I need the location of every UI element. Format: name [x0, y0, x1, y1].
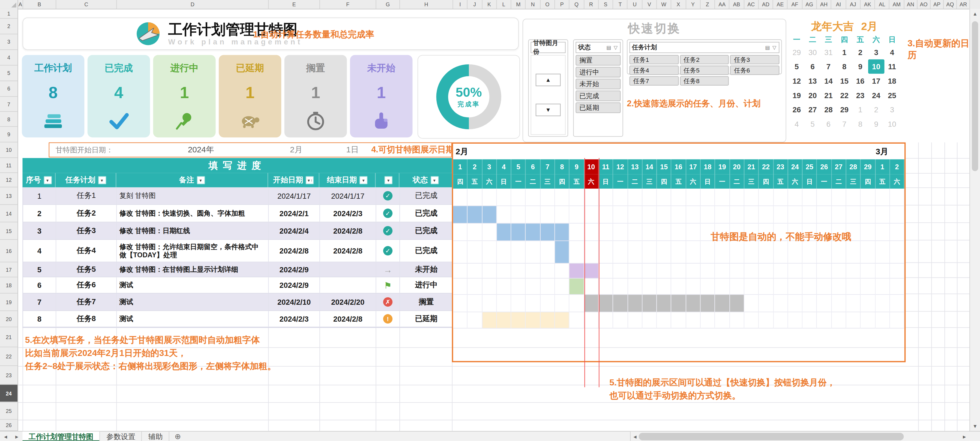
- gantt-bar-cell[interactable]: [526, 313, 540, 329]
- gantt-cell[interactable]: [788, 189, 802, 206]
- gantt-cell[interactable]: [846, 189, 861, 206]
- gantt-cell[interactable]: [555, 279, 570, 295]
- filter-dropdown-icon[interactable]: ▼: [43, 176, 52, 184]
- column-header-Q[interactable]: Q: [570, 0, 584, 9]
- row-header-26[interactable]: 26: [0, 420, 18, 431]
- gantt-cell[interactable]: [468, 224, 482, 241]
- cell-no[interactable]: 1: [23, 187, 56, 204]
- gantt-cell[interactable]: [715, 189, 730, 206]
- column-header-T[interactable]: T: [613, 0, 628, 9]
- gantt-cell[interactable]: [832, 241, 846, 263]
- gantt-cell[interactable]: [875, 224, 890, 241]
- column-header-AR[interactable]: AR: [957, 0, 970, 9]
- row-header-7[interactable]: 7: [0, 97, 18, 112]
- slicer-item-task[interactable]: 任务2: [680, 55, 729, 64]
- gantt-cell[interactable]: [745, 263, 759, 279]
- calendar-day[interactable]: 14: [821, 74, 836, 88]
- gantt-cell[interactable]: [511, 241, 526, 263]
- gantt-bar-cell[interactable]: [730, 295, 745, 313]
- gantt-cell[interactable]: [671, 206, 686, 224]
- gantt-cell[interactable]: [803, 279, 817, 295]
- scroll-down-icon[interactable]: ▼: [973, 421, 978, 431]
- gantt-cell[interactable]: [890, 279, 904, 295]
- gantt-cell[interactable]: [817, 241, 832, 263]
- gantt-day-1[interactable]: 1: [875, 159, 890, 174]
- gantt-start-day-cell[interactable]: 1日: [334, 144, 371, 155]
- gantt-cell[interactable]: [570, 241, 584, 263]
- gantt-cell[interactable]: [846, 206, 861, 224]
- gantt-weekday[interactable]: 五: [570, 174, 584, 189]
- calendar-day[interactable]: 2: [852, 45, 868, 59]
- cell-start-date[interactable]: 2024/2/1: [269, 205, 320, 222]
- slicer-item-task[interactable]: 任务6: [730, 66, 779, 75]
- calendar-day[interactable]: 8: [852, 117, 868, 132]
- row-header-16[interactable]: 16: [0, 240, 18, 262]
- gantt-cell[interactable]: [468, 295, 482, 313]
- column-header-AJ[interactable]: AJ: [846, 0, 861, 9]
- slicer-item-task[interactable]: 任务5: [680, 66, 729, 75]
- gantt-weekday[interactable]: 五: [875, 174, 890, 189]
- gantt-cell[interactable]: [453, 263, 468, 279]
- gantt-cell[interactable]: [773, 189, 788, 206]
- vertical-scrollbar[interactable]: ▲ ▼: [969, 9, 980, 431]
- gantt-cell[interactable]: [730, 189, 745, 206]
- cell-end-date[interactable]: 2024/2/20: [320, 293, 376, 311]
- gantt-day-20[interactable]: 20: [730, 159, 745, 174]
- column-header-AF[interactable]: AF: [788, 0, 802, 9]
- column-header-U[interactable]: U: [628, 0, 642, 9]
- gantt-cell[interactable]: [861, 189, 875, 206]
- gantt-start-year-cell[interactable]: 2024年: [143, 144, 259, 155]
- gantt-cell[interactable]: [613, 241, 628, 263]
- column-header-AI[interactable]: AI: [831, 0, 846, 9]
- gantt-cell[interactable]: [584, 206, 599, 224]
- gantt-cell[interactable]: [773, 241, 788, 263]
- gantt-cell[interactable]: [745, 295, 759, 313]
- gantt-day-28[interactable]: 28: [846, 159, 861, 174]
- calendar-day[interactable]: 28: [821, 103, 836, 117]
- gantt-bar-cell[interactable]: [511, 224, 526, 241]
- gantt-cell[interactable]: [628, 241, 642, 263]
- column-header-R[interactable]: R: [584, 0, 598, 9]
- gantt-cell[interactable]: [657, 241, 671, 263]
- gantt-cell[interactable]: [832, 313, 846, 329]
- calendar-day[interactable]: 9: [868, 117, 884, 132]
- gantt-cell[interactable]: [657, 206, 671, 224]
- gantt-cell[interactable]: [715, 279, 730, 295]
- gantt-cell[interactable]: [686, 279, 700, 295]
- gantt-cell[interactable]: [642, 279, 657, 295]
- gantt-cell[interactable]: [642, 241, 657, 263]
- vertical-scroll-thumb[interactable]: [972, 21, 978, 171]
- row-header-1[interactable]: 1: [0, 9, 18, 19]
- gantt-bar-cell[interactable]: [613, 295, 628, 313]
- gantt-cell[interactable]: [541, 241, 555, 263]
- sheet-tab-工作计划管理甘特图[interactable]: 工作计划管理甘特图: [22, 431, 100, 441]
- cell-no[interactable]: 7: [23, 293, 56, 311]
- gantt-cell[interactable]: [555, 206, 570, 224]
- calendar-day[interactable]: 9: [852, 59, 868, 74]
- cell-status-icon[interactable]: ✓: [376, 205, 400, 222]
- gantt-cell[interactable]: [788, 279, 802, 295]
- filter-dropdown-icon[interactable]: ▼: [360, 176, 368, 184]
- calendar-day[interactable]: 18: [884, 74, 900, 88]
- gantt-cell[interactable]: [599, 206, 613, 224]
- calendar-day[interactable]: 5: [789, 59, 805, 74]
- gantt-cell[interactable]: [686, 224, 700, 241]
- cell-end-date[interactable]: [320, 262, 376, 277]
- column-header-N[interactable]: N: [526, 0, 540, 9]
- gantt-cell[interactable]: [497, 279, 511, 295]
- gantt-cell[interactable]: [613, 224, 628, 241]
- gantt-bar-cell[interactable]: [453, 206, 468, 224]
- row-header-23[interactable]: 23: [0, 366, 18, 385]
- cell-note[interactable]: 测试: [117, 293, 269, 311]
- calendar-day[interactable]: 27: [805, 103, 821, 117]
- column-header-AG[interactable]: AG: [802, 0, 817, 9]
- tab-nav-right-icon[interactable]: ►: [11, 431, 22, 441]
- gantt-cell[interactable]: [628, 279, 642, 295]
- cell-start-date[interactable]: 2024/1/17: [269, 187, 320, 204]
- gantt-cell[interactable]: [497, 189, 511, 206]
- gantt-day-16[interactable]: 16: [671, 159, 686, 174]
- column-header-AB[interactable]: AB: [730, 0, 744, 9]
- row-header-19[interactable]: 19: [0, 293, 18, 311]
- gantt-cell[interactable]: [482, 241, 497, 263]
- gantt-cell[interactable]: [846, 313, 861, 329]
